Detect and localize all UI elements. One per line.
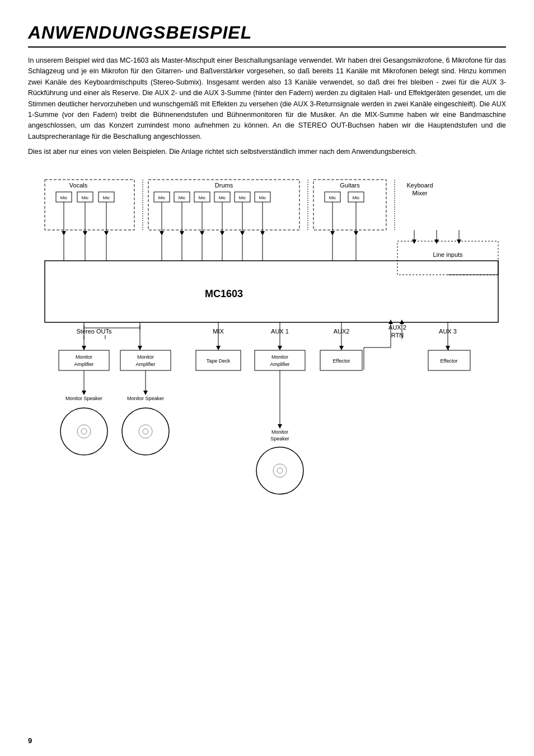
diagram-container: Vocals Mic Mic Mic Drums Mic Mic Mic Mic xyxy=(28,174,509,555)
svg-rect-114 xyxy=(255,350,305,370)
svg-marker-36 xyxy=(220,231,224,236)
svg-text:Line inputs: Line inputs xyxy=(433,251,463,258)
svg-marker-125 xyxy=(143,391,148,395)
svg-marker-97 xyxy=(388,320,393,324)
svg-marker-90 xyxy=(278,346,282,350)
svg-marker-40 xyxy=(260,231,265,236)
svg-text:Amplifier: Amplifier xyxy=(135,361,155,367)
svg-text:Stereo OUTs: Stereo OUTs xyxy=(77,328,112,335)
svg-marker-62 xyxy=(457,240,461,244)
svg-text:Mic: Mic xyxy=(329,195,336,200)
svg-text:Keyboard: Keyboard xyxy=(406,182,433,189)
svg-marker-32 xyxy=(180,231,184,236)
svg-text:Mic: Mic xyxy=(158,195,165,200)
svg-text:Mic: Mic xyxy=(353,195,359,200)
svg-marker-60 xyxy=(434,240,439,244)
svg-text:Mic: Mic xyxy=(82,195,88,200)
svg-text:Monitor: Monitor xyxy=(137,354,154,360)
svg-marker-49 xyxy=(330,231,335,236)
svg-text:Monitor: Monitor xyxy=(76,354,92,360)
svg-text:Vocals: Vocals xyxy=(69,182,88,189)
svg-point-131 xyxy=(81,429,87,434)
svg-text:Guitars: Guitars xyxy=(340,182,360,189)
svg-text:Effector: Effector xyxy=(333,358,350,364)
svg-text:Mic: Mic xyxy=(219,195,226,200)
svg-marker-58 xyxy=(412,240,416,244)
svg-point-133 xyxy=(122,408,169,455)
svg-point-140 xyxy=(277,468,283,473)
svg-marker-84 xyxy=(138,346,142,350)
svg-text:Mic: Mic xyxy=(199,195,205,200)
svg-marker-13 xyxy=(104,231,109,236)
diagram-svg: Vocals Mic Mic Mic Drums Mic Mic Mic Mic xyxy=(28,174,509,555)
svg-rect-0 xyxy=(45,180,134,230)
svg-text:Tape Deck: Tape Deck xyxy=(207,358,231,364)
svg-text:Monitor Speaker: Monitor Speaker xyxy=(127,396,164,401)
svg-marker-11 xyxy=(83,231,87,236)
svg-marker-51 xyxy=(354,231,358,236)
svg-rect-109 xyxy=(120,350,171,370)
svg-rect-55 xyxy=(397,241,498,275)
svg-rect-63 xyxy=(45,261,498,322)
svg-point-135 xyxy=(143,429,148,434)
paragraph-2: Dies ist aber nur eines von vielen Beisp… xyxy=(28,147,506,157)
svg-text:Monitor Speaker: Monitor Speaker xyxy=(65,396,102,401)
svg-text:Amplifier: Amplifier xyxy=(270,361,289,367)
svg-marker-93 xyxy=(339,346,344,350)
svg-marker-82 xyxy=(82,346,86,350)
paragraph-1: In unserem Beispiel wird das MC-1603 als… xyxy=(28,55,506,142)
svg-text:Mic: Mic xyxy=(239,195,246,200)
svg-text:Monitor: Monitor xyxy=(271,354,288,360)
svg-text:AUX 2: AUX 2 xyxy=(388,324,406,331)
svg-marker-9 xyxy=(62,231,66,236)
svg-text:Effector: Effector xyxy=(441,358,458,364)
svg-marker-123 xyxy=(82,391,86,395)
svg-text:Amplifier: Amplifier xyxy=(74,361,93,367)
svg-text:Mixer: Mixer xyxy=(413,190,428,196)
svg-point-130 xyxy=(77,425,91,438)
svg-text:MC1603: MC1603 xyxy=(205,288,243,299)
svg-text:Mic: Mic xyxy=(103,195,110,200)
svg-marker-99 xyxy=(400,320,404,324)
svg-text:Speaker: Speaker xyxy=(270,436,289,442)
page-title: ANWENDUNGSBEISPIEL xyxy=(28,22,506,48)
page-number: 9 xyxy=(28,736,32,745)
svg-text:Mic: Mic xyxy=(60,195,67,200)
svg-point-139 xyxy=(273,464,287,477)
svg-rect-106 xyxy=(59,350,109,370)
svg-text:Mic: Mic xyxy=(259,195,266,200)
svg-point-129 xyxy=(60,408,107,455)
svg-marker-38 xyxy=(240,231,245,236)
svg-text:Drums: Drums xyxy=(215,182,233,189)
svg-marker-127 xyxy=(278,424,282,429)
svg-text:Monitor: Monitor xyxy=(271,429,288,435)
svg-point-134 xyxy=(139,425,152,438)
svg-marker-87 xyxy=(216,346,221,350)
svg-marker-34 xyxy=(200,231,204,236)
svg-point-138 xyxy=(256,447,303,494)
svg-text:Mic: Mic xyxy=(179,195,185,200)
svg-marker-30 xyxy=(160,231,164,236)
